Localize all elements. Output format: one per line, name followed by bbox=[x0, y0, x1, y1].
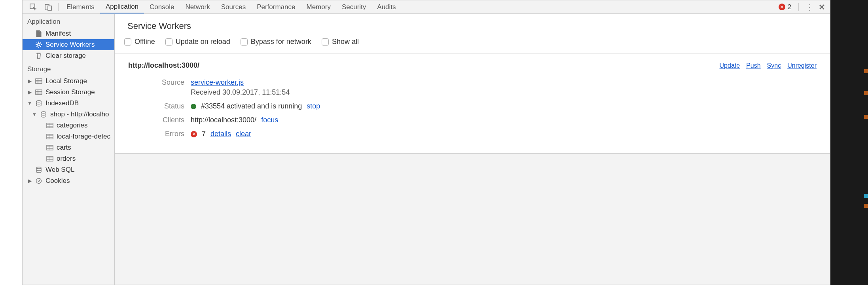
sidebar-item-web-sql[interactable]: Web SQL bbox=[23, 164, 114, 175]
chevron-down-icon: ▼ bbox=[27, 101, 32, 106]
database-icon bbox=[35, 100, 42, 106]
minimap-marker bbox=[864, 204, 868, 208]
sidebar-item-table-categories[interactable]: categories bbox=[23, 120, 114, 131]
close-icon[interactable]: ✕ bbox=[819, 2, 825, 12]
sidebar-item-label: carts bbox=[57, 144, 71, 152]
tab-console[interactable]: Console bbox=[144, 0, 180, 13]
sidebar-item-service-workers[interactable]: Service Workers bbox=[23, 39, 114, 50]
sidebar-item-label: Service Workers bbox=[45, 41, 95, 49]
sidebar-item-label: orders bbox=[57, 155, 76, 163]
svg-rect-4 bbox=[36, 79, 42, 84]
tab-audits[interactable]: Audits bbox=[371, 0, 401, 13]
error-count: 2 bbox=[788, 3, 791, 11]
sw-action-unregister[interactable]: Unregister bbox=[787, 62, 817, 69]
tab-application[interactable]: Application bbox=[100, 0, 144, 13]
sw-error-clear-link[interactable]: clear bbox=[236, 130, 251, 138]
toolbar-separator bbox=[798, 3, 799, 11]
tab-network[interactable]: Network bbox=[180, 0, 215, 13]
checkbox-bypass-network[interactable]: Bypass for network bbox=[241, 38, 311, 46]
minimap-marker bbox=[864, 69, 868, 73]
sidebar-item-table-local-forage[interactable]: local-forage-detec bbox=[23, 131, 114, 142]
sw-error-details-link[interactable]: details bbox=[210, 130, 231, 138]
file-icon bbox=[35, 30, 42, 37]
device-toggle-icon[interactable] bbox=[41, 0, 56, 13]
page-margin-left bbox=[0, 0, 22, 285]
tab-security[interactable]: Security bbox=[336, 0, 371, 13]
tab-elements[interactable]: Elements bbox=[61, 0, 100, 13]
svg-point-12 bbox=[36, 101, 41, 102]
sw-label-status: Status bbox=[128, 102, 191, 110]
sw-action-update[interactable]: Update bbox=[720, 62, 740, 69]
empty-area bbox=[115, 154, 830, 285]
console-error-badge[interactable]: ✕ 2 bbox=[779, 3, 791, 11]
sidebar-section-application: Application bbox=[23, 14, 114, 28]
svg-point-32 bbox=[38, 180, 38, 180]
sidebar-item-indexeddb[interactable]: ▼ IndexedDB bbox=[23, 98, 114, 109]
chevron-right-icon: ▶ bbox=[27, 178, 32, 184]
chevron-right-icon: ▶ bbox=[27, 78, 32, 84]
panel-title: Service Workers bbox=[115, 14, 830, 35]
sidebar-item-table-orders[interactable]: orders bbox=[23, 153, 114, 164]
database-icon bbox=[35, 167, 42, 173]
toolbar-separator bbox=[58, 3, 59, 11]
checkbox-offline[interactable]: Offline bbox=[124, 38, 155, 46]
sw-options-row: Offline Update on reload Bypass for netw… bbox=[115, 35, 830, 53]
checkbox-label: Update on reload bbox=[176, 38, 230, 46]
sw-origin-url: http://localhost:3000/ bbox=[128, 61, 199, 70]
sidebar-item-local-storage[interactable]: ▶ Local Storage bbox=[23, 76, 114, 87]
cookie-icon bbox=[35, 178, 42, 184]
svg-rect-8 bbox=[36, 90, 42, 95]
sw-label-source: Source bbox=[128, 78, 191, 97]
editor-minimap bbox=[830, 0, 868, 285]
table-icon bbox=[46, 145, 53, 150]
sidebar-item-label: IndexedDB bbox=[45, 99, 79, 107]
sw-action-push[interactable]: Push bbox=[746, 62, 760, 69]
tab-performance[interactable]: Performance bbox=[251, 0, 301, 13]
sidebar-item-shop-db[interactable]: ▼ shop - http://localho bbox=[23, 109, 114, 120]
trash-icon bbox=[35, 52, 42, 59]
table-icon bbox=[46, 123, 53, 128]
table-icon bbox=[46, 156, 53, 162]
sidebar-item-manifest[interactable]: Manifest bbox=[23, 28, 114, 39]
checkbox-show-all[interactable]: Show all bbox=[322, 38, 359, 46]
svg-point-34 bbox=[38, 181, 39, 182]
checkbox-icon bbox=[241, 38, 248, 46]
error-icon: ✕ bbox=[191, 131, 197, 137]
devtools-toolbar: Elements Application Console Network Sou… bbox=[23, 0, 830, 14]
svg-rect-2 bbox=[48, 6, 51, 10]
sw-stop-link[interactable]: stop bbox=[307, 102, 320, 110]
sidebar-item-cookies[interactable]: ▶ Cookies bbox=[23, 175, 114, 186]
error-icon: ✕ bbox=[779, 4, 785, 10]
svg-rect-26 bbox=[47, 156, 53, 161]
sw-registration-block: http://localhost:3000/ Update Push Sync … bbox=[115, 53, 830, 154]
table-icon bbox=[35, 89, 42, 95]
checkbox-icon bbox=[124, 38, 131, 46]
sidebar-item-label: Manifest bbox=[45, 30, 71, 38]
table-icon bbox=[46, 134, 53, 139]
sw-focus-link[interactable]: focus bbox=[261, 116, 278, 124]
checkbox-update-on-reload[interactable]: Update on reload bbox=[165, 38, 230, 46]
sw-client-url: http://localhost:3000/ bbox=[191, 116, 256, 124]
minimap-marker bbox=[864, 91, 868, 95]
svg-point-35 bbox=[40, 182, 40, 182]
devtools-panel: Elements Application Console Network Sou… bbox=[22, 0, 830, 285]
svg-rect-18 bbox=[47, 134, 53, 139]
table-icon bbox=[35, 78, 42, 84]
kebab-menu-icon[interactable]: ⋮ bbox=[806, 2, 814, 12]
tab-memory[interactable]: Memory bbox=[301, 0, 336, 13]
sidebar-item-label: Cookies bbox=[45, 177, 70, 185]
chevron-right-icon: ▶ bbox=[27, 89, 32, 95]
sw-action-sync[interactable]: Sync bbox=[767, 62, 781, 69]
sw-source-link[interactable]: service-worker.js bbox=[191, 78, 290, 87]
sidebar-item-session-storage[interactable]: ▶ Session Storage bbox=[23, 87, 114, 98]
minimap-marker bbox=[864, 194, 868, 198]
inspect-icon[interactable] bbox=[26, 0, 41, 13]
application-sidebar: Application Manifest Service Workers bbox=[23, 14, 115, 285]
svg-rect-22 bbox=[47, 145, 53, 150]
sidebar-item-table-carts[interactable]: carts bbox=[23, 142, 114, 153]
sidebar-item-clear-storage[interactable]: Clear storage bbox=[23, 50, 114, 61]
svg-point-3 bbox=[38, 44, 40, 46]
svg-point-31 bbox=[36, 179, 42, 184]
tab-sources[interactable]: Sources bbox=[216, 0, 251, 13]
chevron-down-icon: ▼ bbox=[32, 112, 37, 117]
